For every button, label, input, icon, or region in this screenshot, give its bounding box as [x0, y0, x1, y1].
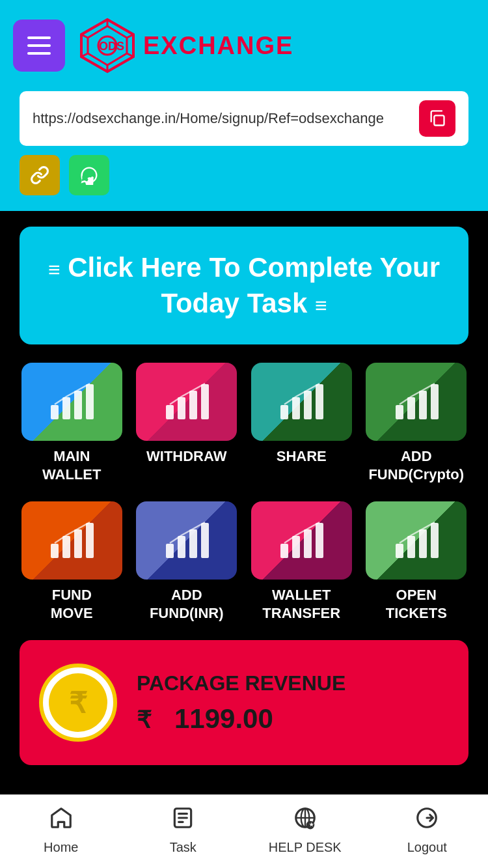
menu-button[interactable]: [13, 20, 65, 72]
rupee-inner-icon: ₹: [49, 673, 107, 732]
task-banner-text: ≡ Click Here To Complete Your Today Task…: [39, 250, 449, 321]
svg-rect-19: [280, 405, 288, 419]
svg-rect-31: [166, 544, 174, 558]
withdraw-label: WITHDRAW: [146, 447, 226, 466]
nav-item-task[interactable]: Task: [122, 805, 245, 855]
package-title: PACKAGE REVENUE: [137, 671, 449, 695]
svg-rect-27: [51, 544, 59, 558]
share-label: SHARE: [277, 447, 327, 466]
svg-rect-22: [316, 384, 323, 419]
bar-chart-icon: [275, 379, 327, 425]
svg-rect-21: [304, 391, 312, 419]
package-amount-value: 1199.00: [174, 703, 273, 734]
svg-rect-33: [189, 529, 197, 558]
helpdesk-icon: ★: [293, 805, 318, 836]
svg-rect-16: [178, 397, 185, 419]
bar-chart-icon: [46, 379, 98, 425]
svg-rect-36: [292, 536, 300, 558]
task-banner[interactable]: ≡ Click Here To Complete Your Today Task…: [20, 227, 468, 344]
bar-chart-icon: [275, 518, 327, 563]
package-amount: ₹ 1199.00: [137, 703, 449, 735]
grid-item-add-fund-inr[interactable]: ADD FUND(INR): [135, 501, 239, 622]
bar-chart-icon: [390, 518, 442, 563]
svg-rect-13: [74, 391, 82, 419]
rupee-circle: ₹: [39, 664, 117, 742]
wallet-transfer-label: WALLET TRANSFER: [249, 586, 354, 622]
header: ODS EXCHANGE: [0, 0, 488, 91]
svg-rect-34: [201, 523, 209, 558]
nav-logout-label: Logout: [407, 840, 447, 855]
svg-rect-18: [201, 384, 209, 419]
link-icon: [30, 165, 49, 185]
svg-rect-32: [178, 536, 185, 558]
task-icon: [170, 805, 195, 836]
open-tickets-label: OPEN TICKETS: [364, 586, 469, 622]
logout-icon: [414, 805, 439, 836]
share-link-button[interactable]: [20, 155, 60, 195]
nav-helpdesk-label: HELP DESK: [269, 840, 342, 855]
hamburger-icon: [27, 36, 51, 55]
referral-section: https://odsexchange.in/Home/signup/Ref=o…: [0, 91, 488, 211]
svg-rect-38: [316, 523, 323, 558]
svg-text:★: ★: [308, 822, 314, 828]
referral-url: https://odsexchange.in/Home/signup/Ref=o…: [33, 110, 419, 127]
package-revenue-card: ₹ PACKAGE REVENUE ₹ 1199.00: [20, 640, 468, 765]
bar-chart-icon: [161, 379, 213, 425]
grid-item-open-tickets[interactable]: OPEN TICKETS: [364, 501, 469, 622]
main-content: ≡ Click Here To Complete Your Today Task…: [0, 211, 488, 852]
svg-rect-29: [74, 529, 82, 558]
withdraw-icon-bg: [136, 363, 237, 441]
add-fund-inr-icon-bg: [136, 501, 237, 580]
svg-rect-30: [86, 523, 94, 558]
fund-move-icon-bg: [21, 501, 122, 580]
share-icon-bg: [251, 363, 352, 441]
svg-rect-26: [431, 384, 439, 419]
grid-item-fund-move[interactable]: FUNDMOVE: [20, 501, 124, 622]
bar-chart-icon: [390, 379, 442, 425]
grid-item-main-wallet[interactable]: MAINWALLET: [20, 363, 124, 483]
copy-icon: [428, 109, 446, 128]
home-icon: [49, 805, 74, 836]
whatsapp-icon: [79, 165, 99, 185]
grid-item-wallet-transfer[interactable]: WALLET TRANSFER: [249, 501, 354, 622]
referral-bar: https://odsexchange.in/Home/signup/Ref=o…: [20, 91, 468, 146]
bar-chart-icon: [161, 518, 213, 563]
main-wallet-icon-bg: [21, 363, 122, 441]
grid-row-2: FUNDMOVE ADD FUND(INR): [20, 501, 468, 622]
svg-rect-17: [189, 391, 197, 419]
nav-item-logout[interactable]: Logout: [366, 805, 489, 855]
grid-row-1: MAINWALLET WITHDRAW: [20, 363, 468, 483]
svg-rect-12: [62, 397, 70, 419]
svg-rect-40: [407, 536, 415, 558]
svg-rect-41: [419, 529, 427, 558]
grid-item-share[interactable]: SHARE: [249, 363, 354, 483]
copy-button[interactable]: [419, 100, 455, 137]
open-tickets-icon-bg: [366, 501, 467, 580]
svg-rect-24: [407, 397, 415, 419]
svg-rect-23: [396, 405, 403, 419]
svg-rect-28: [62, 536, 70, 558]
add-fund-inr-label: ADD FUND(INR): [135, 586, 239, 622]
nav-task-label: Task: [170, 840, 197, 855]
svg-rect-42: [431, 523, 439, 558]
nav-item-helpdesk[interactable]: ★ HELP DESK: [244, 805, 366, 855]
grid-item-add-fund-crypto[interactable]: ADD FUND(Crypto): [364, 363, 469, 483]
wallet-transfer-icon-bg: [251, 501, 352, 580]
svg-rect-37: [304, 529, 312, 558]
nav-home-label: Home: [44, 840, 78, 855]
svg-rect-39: [396, 544, 403, 558]
share-icons-row: [20, 155, 468, 195]
svg-rect-25: [419, 391, 427, 419]
package-info: PACKAGE REVENUE ₹ 1199.00: [137, 671, 449, 735]
bottom-navigation: Home Task ★ HELP DESK: [0, 794, 488, 868]
logo-area: ODS EXCHANGE: [78, 16, 293, 75]
nav-item-home[interactable]: Home: [0, 805, 122, 855]
svg-rect-14: [86, 384, 94, 419]
main-wallet-label: MAINWALLET: [42, 447, 101, 483]
share-whatsapp-button[interactable]: [69, 155, 109, 195]
grid-item-withdraw[interactable]: WITHDRAW: [135, 363, 239, 483]
bar-chart-icon: [46, 518, 98, 563]
svg-rect-35: [280, 544, 288, 558]
svg-rect-15: [166, 405, 174, 419]
package-currency-symbol: ₹: [137, 707, 152, 733]
